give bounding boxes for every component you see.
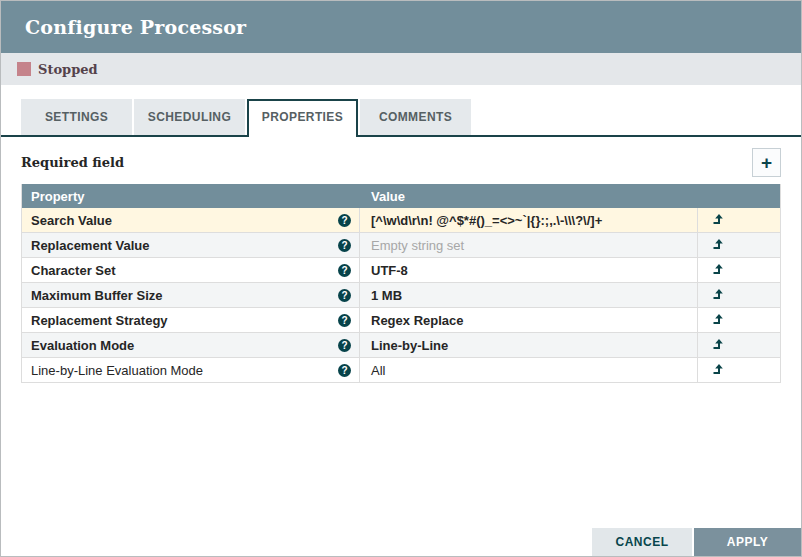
level-up-icon[interactable] <box>712 339 724 351</box>
property-name: Search Value <box>31 213 112 228</box>
property-cell: Evaluation Mode ? <box>22 333 360 357</box>
property-action-cell[interactable] <box>698 283 780 307</box>
dialog-title-bar: Configure Processor <box>1 1 801 53</box>
property-name: Maximum Buffer Size <box>31 288 162 303</box>
help-icon[interactable]: ? <box>338 314 351 327</box>
help-icon[interactable]: ? <box>338 364 351 377</box>
property-value: All <box>371 363 385 378</box>
tab-settings[interactable]: SETTINGS <box>21 99 132 135</box>
table-row: Maximum Buffer Size ? 1 MB <box>22 283 780 308</box>
table-row: Line-by-Line Evaluation Mode ? All <box>22 358 780 383</box>
property-cell: Replacement Strategy ? <box>22 308 360 332</box>
help-icon[interactable]: ? <box>338 214 351 227</box>
property-action-cell[interactable] <box>698 308 780 332</box>
property-value: Line-by-Line <box>371 338 448 353</box>
add-property-button[interactable]: + <box>752 148 781 177</box>
property-action-cell[interactable] <box>698 233 780 257</box>
property-value: 1 MB <box>371 288 402 303</box>
table-row: Character Set ? UTF-8 <box>22 258 780 283</box>
required-field-label: Required field <box>21 155 124 170</box>
property-value: Empty string set <box>371 238 464 253</box>
tab-properties[interactable]: PROPERTIES <box>247 99 358 137</box>
level-up-icon[interactable] <box>712 239 724 251</box>
property-cell: Line-by-Line Evaluation Mode ? <box>22 358 360 382</box>
level-up-icon[interactable] <box>712 364 724 376</box>
property-action-cell[interactable] <box>698 333 780 357</box>
property-name: Replacement Strategy <box>31 313 168 328</box>
table-row: Replacement Strategy ? Regex Replace <box>22 308 780 333</box>
level-up-icon[interactable] <box>712 289 724 301</box>
configure-processor-dialog: Configure Processor Stopped SETTINGS SCH… <box>0 0 802 557</box>
stopped-square-icon <box>17 62 31 76</box>
processor-status-bar: Stopped <box>1 53 801 85</box>
tab-scheduling[interactable]: SCHEDULING <box>134 99 245 135</box>
property-value: [^\w\d\r\n! @^$*#()_=<>~`|{}:;,.\-\\\?\/… <box>371 213 602 228</box>
properties-table: Property Value Search Value ? [^\w\d\r\n… <box>21 184 781 383</box>
table-row: Evaluation Mode ? Line-by-Line <box>22 333 780 358</box>
value-cell[interactable]: All <box>360 358 698 382</box>
help-icon[interactable]: ? <box>338 239 351 252</box>
property-cell: Replacement Value ? <box>22 233 360 257</box>
help-icon[interactable]: ? <box>338 289 351 302</box>
level-up-icon[interactable] <box>712 314 724 326</box>
value-cell[interactable]: Regex Replace <box>360 308 698 332</box>
value-column-header: Value <box>360 189 698 204</box>
value-cell[interactable]: 1 MB <box>360 283 698 307</box>
help-icon[interactable]: ? <box>338 339 351 352</box>
tab-comments[interactable]: COMMENTS <box>360 99 471 135</box>
property-value: Regex Replace <box>371 313 464 328</box>
value-cell[interactable]: UTF-8 <box>360 258 698 282</box>
apply-button[interactable]: APPLY <box>694 528 801 556</box>
value-cell[interactable]: [^\w\d\r\n! @^$*#()_=<>~`|{}:;,.\-\\\?\/… <box>360 208 698 232</box>
dialog-title: Configure Processor <box>25 16 246 38</box>
table-header: Property Value <box>22 184 780 208</box>
plus-icon: + <box>761 153 772 172</box>
property-name: Line-by-Line Evaluation Mode <box>31 363 203 378</box>
property-action-cell[interactable] <box>698 208 780 232</box>
property-value: UTF-8 <box>371 263 408 278</box>
property-name: Character Set <box>31 263 116 278</box>
property-column-header: Property <box>22 189 360 204</box>
help-icon[interactable]: ? <box>338 264 351 277</box>
value-cell[interactable]: Line-by-Line <box>360 333 698 357</box>
table-row: Search Value ? [^\w\d\r\n! @^$*#()_=<>~`… <box>22 208 780 233</box>
property-cell: Search Value ? <box>22 208 360 232</box>
property-action-cell[interactable] <box>698 258 780 282</box>
status-label: Stopped <box>38 62 98 77</box>
property-cell: Character Set ? <box>22 258 360 282</box>
tab-row: SETTINGS SCHEDULING PROPERTIES COMMENTS <box>1 99 471 137</box>
value-cell[interactable]: Empty string set <box>360 233 698 257</box>
tab-bar: SETTINGS SCHEDULING PROPERTIES COMMENTS <box>1 99 801 137</box>
properties-toolbar: Required field + <box>1 147 801 177</box>
property-action-cell[interactable] <box>698 358 780 382</box>
level-up-icon[interactable] <box>712 264 724 276</box>
level-up-icon[interactable] <box>712 214 724 226</box>
table-row: Replacement Value ? Empty string set <box>22 233 780 258</box>
property-name: Replacement Value <box>31 238 150 253</box>
property-cell: Maximum Buffer Size ? <box>22 283 360 307</box>
property-name: Evaluation Mode <box>31 338 134 353</box>
cancel-button[interactable]: CANCEL <box>592 528 692 556</box>
